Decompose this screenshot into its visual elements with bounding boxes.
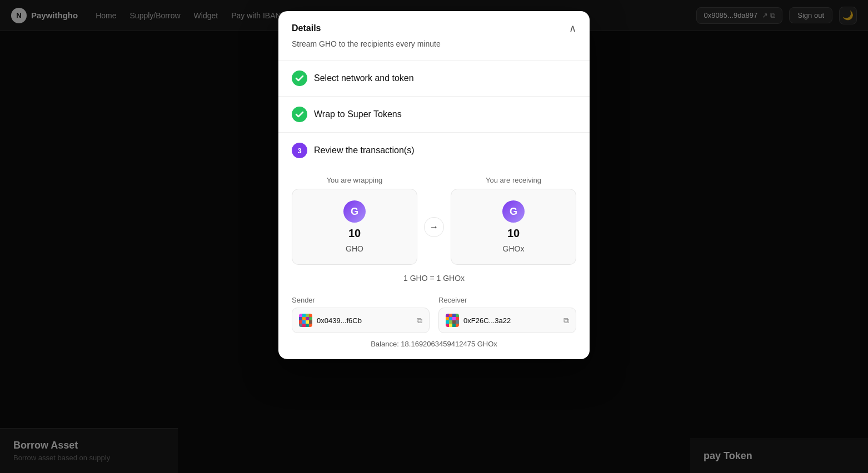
sender-address-text: 0x0439...f6Cb: [317, 316, 412, 325]
svg-rect-26: [452, 320, 456, 324]
arrow-icon: →: [424, 217, 444, 237]
tx-boxes: You are wrapping G 10 GHO →: [292, 176, 576, 265]
sender-address-box: 0x0439...f6Cb ⧉: [292, 308, 430, 333]
step-3-number-icon: 3: [292, 143, 307, 158]
svg-rect-8: [299, 320, 302, 324]
svg-rect-17: [449, 314, 452, 317]
svg-rect-18: [452, 314, 456, 317]
svg-rect-14: [306, 324, 309, 327]
to-amount: 10: [507, 227, 520, 240]
svg-rect-28: [446, 324, 449, 327]
step-2-label: Wrap to Super Tokens: [314, 109, 402, 119]
svg-rect-4: [299, 317, 302, 320]
receiver-address-box: 0xF26C...3a22 ⧉: [438, 308, 576, 333]
svg-rect-30: [452, 324, 456, 327]
svg-rect-12: [299, 324, 302, 327]
copy-sender-icon[interactable]: ⧉: [417, 316, 422, 325]
svg-rect-9: [302, 320, 306, 324]
svg-rect-21: [449, 317, 452, 320]
exchange-rate: 1 GHO = 1 GHOx: [292, 274, 576, 283]
sender-label: Sender: [292, 296, 430, 304]
svg-rect-27: [456, 320, 459, 324]
svg-rect-20: [446, 317, 449, 320]
svg-rect-10: [306, 320, 309, 324]
balance-text: Balance: 18.1692063459412475 GHOx: [292, 340, 576, 348]
checkmark-icon-2: [295, 110, 304, 119]
step-3-label: Review the transaction(s): [314, 145, 415, 155]
step-2-wrap: Wrap to Super Tokens: [278, 97, 590, 133]
receiving-box: G 10 GHOx: [451, 189, 576, 265]
sender-avatar: [299, 314, 312, 327]
svg-rect-23: [456, 317, 459, 320]
svg-rect-7: [309, 317, 312, 320]
ghox-token-icon: G: [502, 200, 525, 223]
svg-rect-16: [446, 314, 449, 317]
to-token: GHOx: [503, 244, 525, 253]
svg-rect-29: [449, 324, 452, 327]
receiver-label: Receiver: [438, 296, 576, 304]
svg-rect-11: [309, 320, 312, 324]
svg-rect-24: [446, 320, 449, 324]
copy-receiver-icon[interactable]: ⧉: [563, 316, 569, 325]
step-1-select-network: Select network and token: [278, 61, 590, 97]
step-3-review: 3 Review the transaction(s) You are wrap…: [278, 133, 590, 359]
checkmark-icon: [295, 74, 304, 83]
svg-rect-22: [452, 317, 456, 320]
details-description: Stream GHO to the recipients every minut…: [292, 39, 441, 48]
transaction-review: You are wrapping G 10 GHO →: [292, 176, 576, 359]
svg-rect-3: [309, 314, 312, 317]
svg-rect-13: [302, 324, 306, 327]
sender-receiver-row: Sender: [292, 296, 576, 333]
receiving-box-wrapper: You are receiving G 10 GHOx: [451, 176, 576, 265]
modal-overlay: Details ∧ Stream GHO to the recipients e…: [0, 0, 868, 473]
receiver-address-text: 0xF26C...3a22: [463, 316, 559, 325]
svg-rect-6: [306, 317, 309, 320]
receiver-avatar: [446, 314, 459, 327]
wrapping-box: G 10 GHO: [292, 189, 417, 265]
step-1-label: Select network and token: [314, 73, 414, 83]
wrapping-box-wrapper: You are wrapping G 10 GHO: [292, 176, 417, 265]
svg-rect-5: [302, 317, 306, 320]
svg-rect-0: [299, 314, 302, 317]
svg-rect-15: [309, 324, 312, 327]
details-section: Details ∧ Stream GHO to the recipients e…: [278, 11, 590, 61]
gho-token-icon: G: [343, 200, 366, 223]
step-3-header: 3 Review the transaction(s): [292, 143, 415, 158]
sender-col: Sender: [292, 296, 430, 333]
step-2-check-icon: [292, 107, 307, 122]
details-header: Details ∧: [292, 22, 576, 34]
details-title: Details: [292, 23, 321, 33]
modal: Details ∧ Stream GHO to the recipients e…: [278, 11, 590, 359]
step-1-check-icon: [292, 71, 307, 86]
svg-rect-31: [456, 324, 459, 327]
svg-rect-1: [302, 314, 306, 317]
receiver-col: Receiver: [438, 296, 576, 333]
from-amount: 10: [348, 227, 361, 240]
details-collapse-button[interactable]: ∧: [569, 22, 576, 34]
svg-rect-25: [449, 320, 452, 324]
wrapping-label: You are wrapping: [327, 176, 383, 184]
svg-rect-19: [456, 314, 459, 317]
svg-rect-2: [306, 314, 309, 317]
receiving-label: You are receiving: [486, 176, 541, 184]
from-token: GHO: [346, 244, 363, 253]
